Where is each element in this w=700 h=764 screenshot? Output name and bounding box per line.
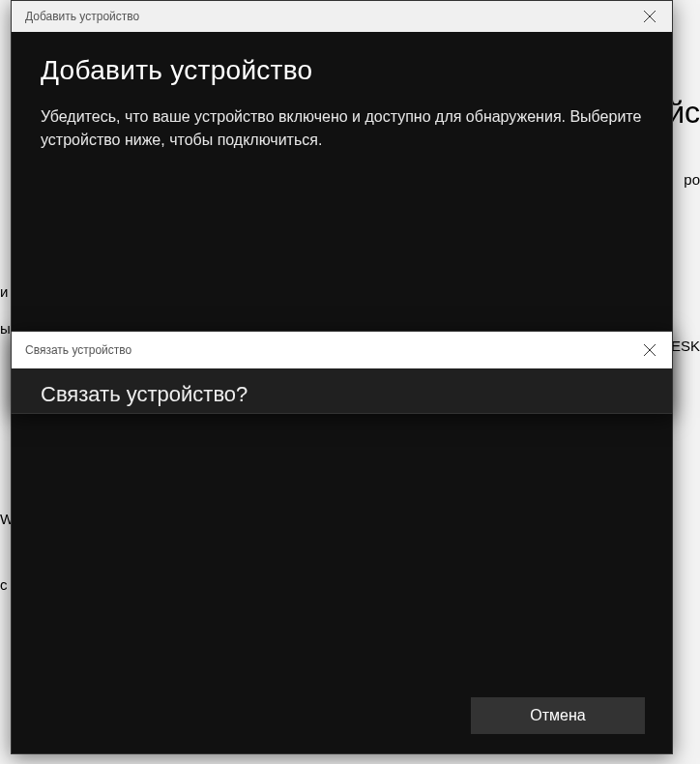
cancel-button[interactable]: Отмена [471,697,645,734]
close-button[interactable] [635,2,664,31]
dialog-titlebar-text: Добавить устройство [25,10,635,23]
bg-text: ESK [671,338,700,354]
dialog-body: Связать устройство? [12,368,672,414]
dialog-titlebar: Связать устройство [12,332,672,368]
bg-text: с [0,576,8,593]
dialog-titlebar: Добавить устройство [12,1,672,32]
dialog-heading: Связать устройство? [41,382,643,407]
bg-text: и [0,283,8,300]
close-button[interactable] [635,336,664,365]
dialog-description: Убедитесь, что ваше устройство включено … [41,105,643,152]
bg-text: ы [0,320,11,337]
dialog-heading: Добавить устройство [41,55,643,86]
bg-text: ро [684,171,700,188]
close-icon [644,344,656,356]
close-icon [644,11,656,22]
pair-device-dialog: Связать устройство Связать устройство? [11,331,673,414]
dialog-footer: Отмена [471,697,645,734]
dialog-titlebar-text: Связать устройство [25,343,635,357]
dialog-body: Добавить устройство Убедитесь, что ваше … [12,32,672,175]
